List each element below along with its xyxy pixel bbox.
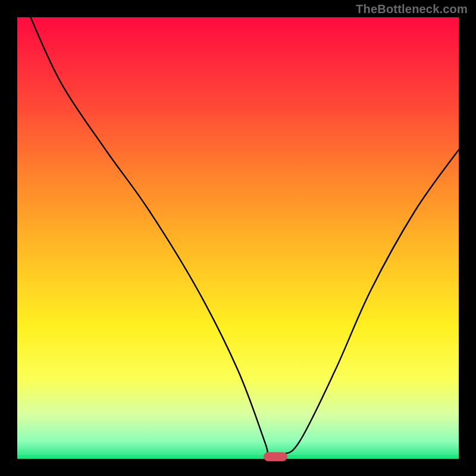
baseline-strip (17, 455, 459, 459)
optimal-marker (264, 452, 288, 461)
gradient-background (17, 17, 459, 459)
chart-frame: TheBottleneck.com (0, 0, 476, 476)
plot-area (17, 17, 459, 459)
watermark-text: TheBottleneck.com (356, 2, 468, 16)
gradient-plot (17, 17, 459, 459)
